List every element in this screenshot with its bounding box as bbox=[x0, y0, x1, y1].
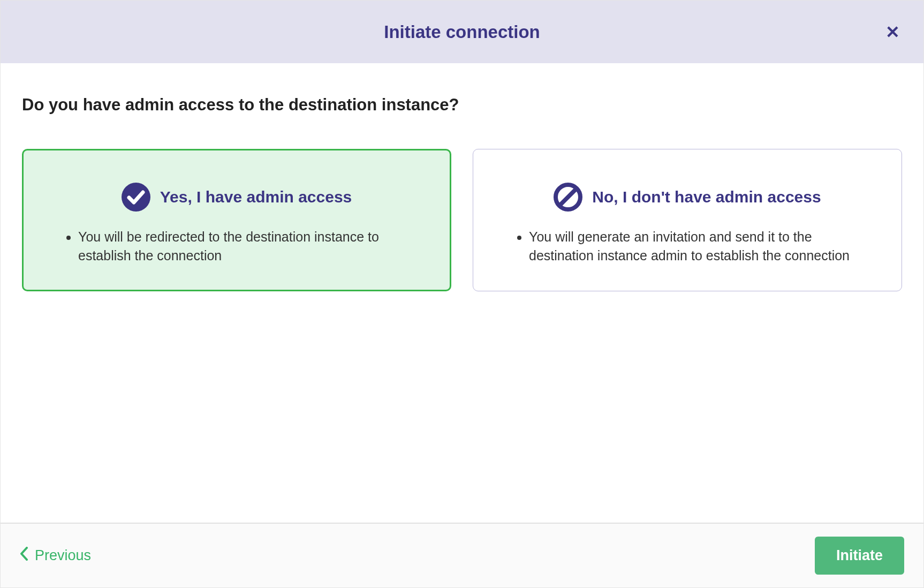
option-cards: Yes, I have admin access You will be red… bbox=[22, 149, 902, 291]
option-no-header: No, I don't have admin access bbox=[499, 183, 876, 212]
svg-line-2 bbox=[559, 189, 577, 206]
initiate-button[interactable]: Initiate bbox=[815, 537, 904, 575]
previous-button[interactable]: Previous bbox=[20, 547, 91, 564]
initiate-connection-modal: Initiate connection ✕ Do you have admin … bbox=[0, 0, 924, 588]
modal-header: Initiate connection ✕ bbox=[1, 1, 923, 63]
check-circle-icon bbox=[122, 183, 150, 212]
previous-label: Previous bbox=[35, 547, 91, 564]
svg-point-0 bbox=[122, 183, 150, 212]
chevron-left-icon bbox=[20, 547, 28, 564]
no-entry-icon bbox=[554, 183, 582, 212]
option-yes-admin-access[interactable]: Yes, I have admin access You will be red… bbox=[22, 149, 451, 291]
option-yes-bullet: You will be redirected to the destinatio… bbox=[78, 228, 420, 265]
option-no-title: No, I don't have admin access bbox=[592, 188, 821, 206]
modal-title: Initiate connection bbox=[384, 22, 540, 42]
modal-footer: Previous Initiate bbox=[1, 523, 923, 587]
option-yes-bullets: You will be redirected to the destinatio… bbox=[48, 228, 425, 265]
modal-body: Do you have admin access to the destinat… bbox=[1, 63, 923, 523]
close-icon: ✕ bbox=[885, 22, 900, 42]
close-button[interactable]: ✕ bbox=[878, 19, 907, 45]
option-no-bullets: You will generate an invitation and send… bbox=[499, 228, 876, 265]
option-no-bullet: You will generate an invitation and send… bbox=[529, 228, 870, 265]
option-no-admin-access[interactable]: No, I don't have admin access You will g… bbox=[473, 149, 902, 291]
admin-access-question: Do you have admin access to the destinat… bbox=[22, 95, 902, 115]
option-yes-title: Yes, I have admin access bbox=[160, 188, 352, 206]
option-yes-header: Yes, I have admin access bbox=[48, 183, 425, 212]
